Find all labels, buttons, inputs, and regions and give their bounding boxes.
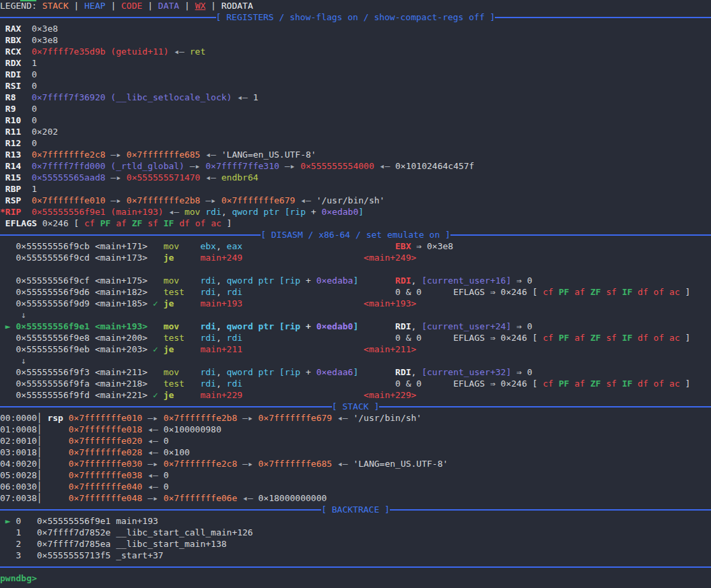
- deref-arrow: —▸: [200, 195, 221, 205]
- register-name: R15: [0, 172, 32, 183]
- operand: ]: [358, 207, 364, 217]
- mnemonic: test: [164, 379, 184, 389]
- text: [242, 241, 395, 251]
- section-title: [ REGISTERS / show-flags on / show-compa…: [216, 11, 496, 23]
- text: |: [69, 1, 84, 11]
- text: [179, 321, 200, 331]
- flag-unset: df: [638, 379, 653, 389]
- register-name: R13: [0, 150, 32, 160]
- annotation-value: ⇒ 0: [511, 321, 532, 331]
- text: [174, 344, 200, 354]
- text: ,: [222, 207, 232, 217]
- string-value: '/usr/bin/sh': [316, 195, 385, 205]
- offset: 0×edab0: [316, 321, 353, 331]
- stack-address: 0×7fffffffe2c8: [32, 150, 106, 160]
- register-row-rip: *RIP 0×55555556f9e1 (main+193) ◂— mov rd…: [0, 206, 711, 218]
- flag-unset: ac: [211, 218, 226, 228]
- backtrace-header: [ BACKTRACE ]: [0, 504, 711, 515]
- flag-set: IF: [622, 333, 638, 343]
- disasm-row-main-175: 0×55555556f9cf <main+175> mov rdi, qword…: [0, 275, 711, 286]
- deref-arrow: ◂—: [332, 459, 353, 469]
- annotation-target: <main+249>: [364, 253, 416, 263]
- flag-unset: cf: [543, 379, 558, 389]
- text: [179, 241, 200, 251]
- flag-set: PF: [100, 218, 116, 228]
- section-rule: [0, 406, 332, 407]
- register-name: R10: [0, 115, 32, 125]
- legend-rodata: RODATA: [222, 1, 253, 11]
- text: [: [74, 218, 85, 228]
- stack-panel: [ STACK ]00:0000│ rsp 0×7fffffffe010 —▸ …: [0, 401, 711, 504]
- text: [242, 390, 364, 400]
- text: │: [37, 470, 69, 480]
- register-value: 0×3e8: [32, 24, 58, 34]
- address: 0×55555556f9eb <main+203>: [0, 344, 153, 354]
- disasm-row-main-200: 0×55555556f9e8 <main+200> test rdi, rdi …: [0, 332, 711, 344]
- register-value: 0: [32, 69, 37, 79]
- frame-location: 0×55555556f9e1 main+193: [37, 516, 158, 526]
- text: |: [179, 1, 195, 11]
- stack-row-04: 04:0020│ 0×7fffffffe030 —▸ 0×7fffffffe2c…: [0, 458, 711, 469]
- section-rule: [495, 17, 711, 18]
- register-row-rsi: RSI 0: [0, 80, 711, 92]
- register-row-r10: R10 0: [0, 115, 711, 126]
- annotation-register: RDI: [395, 321, 411, 331]
- address: 0×55555556f9cb <main+171>: [0, 241, 164, 251]
- deref-arrow: ◂—: [164, 207, 184, 217]
- text: ]: [685, 287, 691, 297]
- text: ]: [685, 333, 691, 343]
- flag-set: IF: [622, 287, 638, 297]
- legend-stack: STACK: [42, 1, 69, 11]
- register-row-rcx: RCX 0×7ffff7e35d9b (getuid+11) ◂— ret: [0, 46, 711, 57]
- register-value: 0×246: [42, 218, 74, 228]
- flag-unset: of: [654, 287, 669, 297]
- section-rule: [0, 234, 261, 236]
- register-row-r8: R8 0×7ffff7f36920 (__libc_setlocale_lock…: [0, 92, 711, 103]
- flag-unset: sf: [606, 287, 621, 297]
- registers-panel: [ REGISTERS / show-flags on / show-compa…: [0, 11, 711, 229]
- data-address: 0×55555565aad8: [32, 172, 106, 183]
- flag-unset: of: [654, 379, 669, 389]
- text: [358, 275, 395, 286]
- disasm-flow-arrow: ↓: [0, 355, 711, 366]
- annotation-eflags: 0 & 0 EFLAGS ⇒ 0×246 [: [395, 287, 543, 297]
- frame-location: 0×5555555713f5 _start+37: [37, 550, 164, 560]
- flag-unset: of: [654, 333, 669, 343]
- flag-set: ZF: [590, 333, 606, 343]
- flag-unset: df: [638, 333, 653, 343]
- register-value: 0: [32, 138, 37, 148]
- string-value: 'LANG=en_US.UTF-8': [353, 459, 448, 469]
- operand: ebx: [200, 241, 215, 251]
- code-address: 0×55555556f9e1 (main+193): [32, 207, 164, 217]
- text: ,: [216, 367, 227, 377]
- stack-address: 0×7fffffffe028: [69, 447, 143, 457]
- disasm-row-main-203: 0×55555556f9eb <main+203> ✓ je main+211 …: [0, 344, 711, 355]
- text: [358, 321, 395, 331]
- text: ,: [411, 275, 422, 286]
- operand: rdi: [205, 207, 221, 217]
- annotation-target: <main+193>: [364, 298, 416, 308]
- text: [158, 298, 164, 308]
- backtrace-frame-2: 2 0×7ffff7d785ea __libc_start_main+138: [0, 538, 711, 550]
- register-name: R14: [0, 161, 32, 171]
- text: +: [306, 207, 321, 217]
- prompt-line[interactable]: pwndbg>: [0, 573, 711, 584]
- stack-address: 0×7fffffffe038: [69, 470, 143, 480]
- flag-unset: sf: [147, 218, 163, 228]
- pwndbg-terminal: { "legend": { "lines": [ {"n":"legend-ba…: [0, 0, 711, 588]
- text: │: [37, 447, 69, 457]
- frame-number: 3: [0, 550, 37, 560]
- disasm-row-current-main-193: ► 0×55555556f9e1 <main+193> mov rdi, qwo…: [0, 321, 711, 332]
- jump-target: main+211: [200, 344, 242, 354]
- register-value: 0: [32, 104, 37, 114]
- flag-set: IF: [622, 379, 638, 389]
- deref-arrow: —▸: [142, 459, 163, 469]
- operand: rdi: [227, 379, 242, 389]
- frame-number: 2: [0, 539, 37, 549]
- disasm-panel: [ DISASM / x86-64 / set emulate on ] 0×5…: [0, 229, 711, 401]
- deref-arrow: ◂—: [200, 150, 221, 160]
- operand: rdi: [200, 379, 215, 389]
- text: ,: [216, 275, 227, 286]
- annotation-eflags: 0 & 0 EFLAGS ⇒ 0×246 [: [395, 333, 543, 343]
- stack-offset: 07:0038: [0, 493, 37, 503]
